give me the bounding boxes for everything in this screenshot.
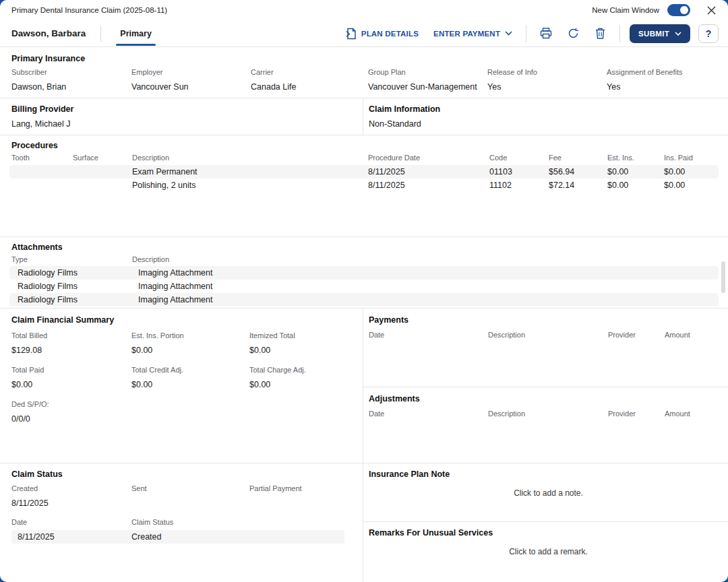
tab-primary[interactable]: Primary	[116, 20, 156, 47]
primary-insurance-section: Primary Insurance Subscriber Dawson, Bri…	[0, 47, 728, 98]
field-group-plan: Group Plan Vancouver Sun-Management	[368, 68, 487, 92]
column-header-surface: Surface	[73, 154, 132, 162]
toolbar-separator	[619, 25, 620, 42]
field-label: Employer	[131, 68, 251, 76]
field-value: Canada Life	[251, 82, 296, 92]
toolbar-separator	[526, 25, 526, 42]
cell-est-ins: $0.00	[607, 167, 664, 176]
cell-code: 01103	[489, 167, 549, 176]
billing-provider-section[interactable]: Billing Provider Lang, Michael J	[0, 98, 363, 135]
add-note-placeholder[interactable]: Click to add a note.	[369, 488, 728, 498]
claim-status-title: Claim Status	[11, 470, 351, 479]
cell-fee: $72.14	[549, 181, 607, 190]
cell-claim-status: Created	[131, 532, 344, 542]
procedures-header-row: Tooth Surface Description Procedure Date…	[0, 150, 728, 165]
cell-description: Imaging Attachment	[138, 268, 719, 278]
column-header-provider: Provider	[608, 331, 665, 339]
field-value: $0.00	[131, 380, 152, 389]
claim-information-title: Claim Information	[369, 104, 728, 114]
plan-details-icon	[345, 28, 357, 40]
field-label: Itemized Total	[249, 331, 351, 340]
billing-claim-info-row: Billing Provider Lang, Michael J Claim I…	[0, 98, 728, 135]
remarks-title: Remarks For Unusual Services	[369, 528, 728, 538]
field-label: Ded S/P/O:	[11, 400, 131, 408]
field-label: Total Paid	[11, 366, 131, 374]
new-claim-window-toggle[interactable]	[667, 4, 690, 16]
claim-status-header-row: Date Claim Status	[11, 518, 351, 526]
column-header-code: Code	[489, 154, 549, 162]
column-header-tooth: Tooth	[11, 154, 73, 162]
field-value: Dawson, Brian	[11, 82, 66, 92]
field-label: Total Credit Adj.	[131, 366, 249, 374]
chevron-down-icon	[675, 32, 681, 36]
procedure-row[interactable]: Exam Permanent 8/11/2025 01103 $56.94 $0…	[9, 165, 719, 179]
refresh-icon[interactable]	[563, 24, 583, 43]
field-label: Assignment of Benefits	[607, 68, 717, 76]
attachments-scrollbar[interactable]	[721, 261, 725, 293]
enter-payment-button[interactable]: ENTER PAYMENT	[429, 27, 516, 40]
field-label: Partial Payment	[249, 484, 351, 492]
field-employer: Employer Vancouver Sun	[131, 68, 251, 92]
column-header-description: Description	[488, 331, 608, 339]
field-value: $0.00	[249, 346, 270, 355]
insurance-plan-note-title: Insurance Plan Note	[369, 470, 728, 479]
attachment-row[interactable]: Radiology Films Imaging Attachment	[9, 266, 719, 280]
field-est-ins-portion: Est. Ins. Portion $0.00	[131, 331, 249, 356]
column-header-date: Date	[11, 518, 131, 526]
field-value: Vancouver Sun-Management	[368, 82, 477, 92]
column-header-ins-paid: Ins. Paid	[664, 154, 728, 162]
column-header-type: Type	[11, 255, 132, 263]
claim-information-section[interactable]: Claim Information Non-Standard	[363, 98, 728, 135]
field-subscriber: Subscriber Dawson, Brian	[11, 68, 131, 92]
add-remark-placeholder[interactable]: Click to add a remark.	[369, 547, 728, 556]
close-icon[interactable]	[704, 3, 719, 18]
toolbar: PLAN DETAILS ENTER PAYMENT	[341, 24, 719, 43]
field-total-paid: Total Paid $0.00	[11, 366, 131, 390]
field-value: $0.00	[131, 346, 152, 355]
field-label: Total Charge Adj.	[249, 366, 351, 374]
header-divider	[100, 26, 101, 42]
column-header-fee: Fee	[549, 154, 607, 162]
field-assignment-of-benefits: Assignment of Benefits Yes	[607, 68, 717, 92]
field-value: Vancouver Sun	[131, 82, 189, 92]
cell-type: Radiology Films	[18, 295, 138, 304]
field-value: 0/0/0	[11, 414, 30, 424]
remarks-section: Remarks For Unusual Services Click to ad…	[363, 522, 728, 582]
submit-button[interactable]: SUBMIT	[630, 24, 690, 43]
help-button[interactable]: ?	[698, 24, 719, 43]
attachment-row[interactable]: Radiology Films Imaging Attachment	[9, 293, 719, 306]
adjustments-title: Adjustments	[369, 394, 728, 403]
delete-icon[interactable]	[590, 24, 610, 43]
column-header-est-ins: Est. Ins.	[607, 154, 664, 162]
column-header-procedure-date: Procedure Date	[368, 154, 489, 162]
submit-label: SUBMIT	[638, 30, 669, 38]
plan-details-label: PLAN DETAILS	[361, 30, 419, 38]
adjustments-section: Adjustments Date Description Provider Am…	[363, 387, 728, 463]
procedures-section: Procedures Tooth Surface Description Pro…	[0, 135, 728, 237]
procedure-row[interactable]: Polishing, 2 units 8/11/2025 11102 $72.1…	[9, 179, 719, 192]
cell-type: Radiology Films	[18, 282, 138, 291]
column-header-provider: Provider	[608, 410, 665, 418]
attachments-header-row: Type Description	[0, 252, 728, 266]
plan-details-button[interactable]: PLAN DETAILS	[341, 25, 423, 42]
attachment-row[interactable]: Radiology Films Imaging Attachment	[9, 280, 719, 293]
print-icon[interactable]	[536, 24, 556, 43]
cell-description: Exam Permanent	[132, 167, 368, 176]
procedures-title: Procedures	[0, 141, 728, 150]
financial-summary-title: Claim Financial Summary	[11, 315, 351, 325]
tab-active-indicator	[116, 44, 156, 46]
claim-window: Primary Dental Insurance Claim (2025-08-…	[0, 0, 728, 582]
primary-insurance-title: Primary Insurance	[11, 54, 717, 63]
patient-name: Dawson, Barbara	[11, 28, 86, 38]
column-header-description: Description	[132, 154, 368, 162]
cell-description: Imaging Attachment	[138, 282, 719, 291]
new-claim-window-label: New Claim Window	[592, 6, 659, 14]
field-label: Subscriber	[11, 68, 131, 76]
column-header-description: Description	[132, 255, 728, 263]
cell-date: 8/11/2025	[18, 532, 131, 542]
field-value: $0.00	[11, 380, 32, 389]
bottom-grid: Claim Financial Summary Total Billed $12…	[0, 309, 728, 582]
field-label: Created	[11, 484, 131, 492]
claim-status-row[interactable]: 8/11/2025 Created	[11, 530, 344, 544]
cell-ins-paid: $0.00	[664, 181, 719, 190]
